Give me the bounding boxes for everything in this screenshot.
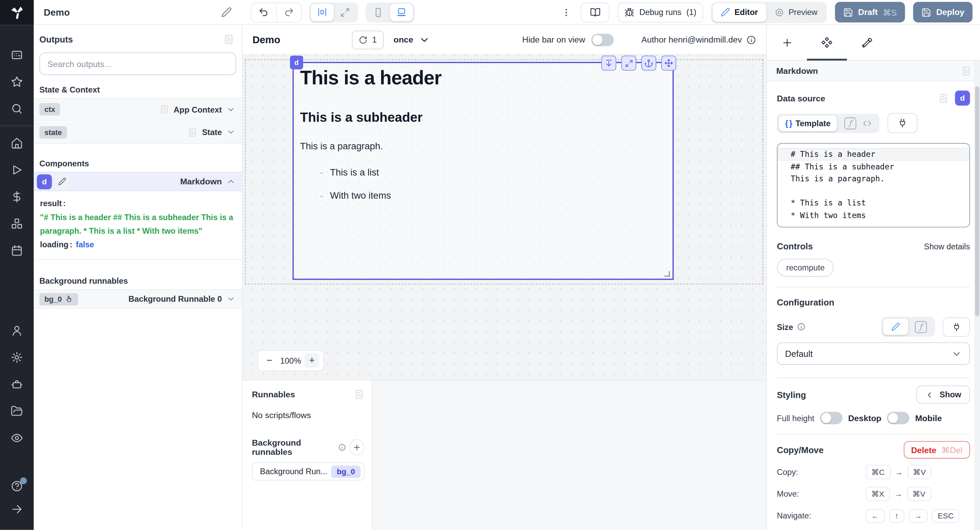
- zoom-in-button[interactable]: +: [304, 353, 319, 368]
- loading-value[interactable]: false: [76, 240, 94, 249]
- expand-component-button[interactable]: [621, 56, 636, 70]
- windmill-logo-icon: [9, 4, 25, 21]
- edit-component-id-button[interactable]: [54, 174, 69, 189]
- size-static-button[interactable]: [883, 319, 908, 335]
- rail-help-button[interactable]: [11, 480, 23, 493]
- undo-button[interactable]: [251, 2, 276, 22]
- recompute-button[interactable]: recompute: [777, 259, 834, 276]
- rail-workers-button[interactable]: [11, 378, 23, 390]
- runnables-doc-icon[interactable]: [354, 389, 364, 400]
- component-tag[interactable]: d: [290, 56, 303, 69]
- component-id-badge[interactable]: d: [955, 90, 970, 105]
- anchor-component-button[interactable]: [641, 56, 656, 70]
- rail-favorites-button[interactable]: [11, 76, 23, 88]
- app-canvas[interactable]: d This is a header This is a subheader T…: [243, 55, 766, 380]
- ctx-type-label: App Context: [173, 105, 222, 114]
- run-mode-select[interactable]: once: [394, 34, 430, 45]
- code-line[interactable]: ## This is a subheader: [778, 160, 969, 173]
- styling-heading: Styling: [777, 389, 806, 399]
- connect-data-button[interactable]: [888, 113, 917, 133]
- code-line[interactable]: This is a paragraph.: [778, 173, 969, 185]
- background-runnable-row[interactable]: bg_0 Background Runnable 0: [34, 289, 242, 309]
- section-doc-icon[interactable]: [961, 65, 971, 76]
- hide-bar-label: Hide bar on view: [522, 35, 585, 44]
- panel-scrollbar[interactable]: [974, 60, 980, 530]
- rail-variables-button[interactable]: [11, 190, 23, 203]
- rail-schedules-button[interactable]: [11, 244, 23, 257]
- full-height-toggle[interactable]: [820, 412, 843, 424]
- info-icon[interactable]: [746, 35, 756, 44]
- rail-runs-button[interactable]: [11, 163, 23, 176]
- tab-theme[interactable]: [847, 25, 887, 60]
- tab-preview[interactable]: Preview: [766, 3, 826, 21]
- more-menu-button[interactable]: [560, 6, 573, 18]
- rail-settings-button[interactable]: [11, 351, 23, 363]
- chevron-down-icon[interactable]: [226, 294, 236, 304]
- add-bg-runnable-button[interactable]: [350, 439, 364, 455]
- full-height-label: Full height: [777, 413, 814, 423]
- delete-component-button[interactable]: Delete ⌘Del: [904, 441, 970, 459]
- template-code-editor[interactable]: # This is a header ## This is a subheade…: [777, 143, 970, 228]
- full-width-button[interactable]: [334, 3, 356, 21]
- tab-insert[interactable]: [767, 25, 807, 60]
- outputs-doc-icon[interactable]: [223, 34, 234, 45]
- size-select-value: Default: [785, 349, 813, 359]
- fixed-width-button[interactable]: [310, 3, 334, 21]
- rail-folders-button[interactable]: [11, 405, 23, 417]
- rail-users-button[interactable]: [11, 324, 23, 337]
- code-line[interactable]: * This is a list: [778, 197, 969, 209]
- search-outputs-input[interactable]: [40, 52, 237, 75]
- rail-audit-button[interactable]: [11, 432, 23, 444]
- tab-settings[interactable]: [807, 25, 847, 60]
- markdown-component[interactable]: This is a header This is a subheader Thi…: [293, 62, 674, 280]
- rail-search-button[interactable]: [11, 102, 23, 115]
- no-scripts-label: No scripts/flows: [252, 411, 364, 420]
- result-value[interactable]: "# This is a header ## This is a subhead…: [40, 212, 234, 235]
- draft-button[interactable]: Draft ⌘S: [835, 2, 905, 23]
- show-details-link[interactable]: Show details: [924, 241, 970, 251]
- windmill-logo[interactable]: [0, 0, 34, 25]
- rail-resources-button[interactable]: [11, 217, 23, 230]
- undo-redo-group: [250, 2, 302, 22]
- code-line[interactable]: [778, 185, 969, 197]
- pencil-icon: [721, 8, 730, 17]
- size-connect-button[interactable]: [943, 317, 970, 336]
- bg-runnable-card[interactable]: Background Run... bg_0: [252, 462, 364, 480]
- rail-home-button[interactable]: [11, 137, 23, 149]
- size-select[interactable]: Default: [777, 343, 970, 365]
- component-row-markdown[interactable]: d Markdown: [34, 172, 242, 191]
- desktop-mobile-toggle[interactable]: [887, 412, 910, 424]
- tab-editor[interactable]: Editor: [713, 3, 766, 21]
- styling-show-button[interactable]: Show: [916, 386, 970, 403]
- deploy-button[interactable]: Deploy: [913, 2, 972, 23]
- chevron-down-icon[interactable]: [226, 105, 236, 114]
- redo-button[interactable]: [276, 2, 301, 22]
- size-fx-button[interactable]: ƒ: [908, 319, 933, 335]
- chevron-up-icon[interactable]: [226, 177, 236, 186]
- mobile-view-button[interactable]: [367, 3, 390, 21]
- doc-icon[interactable]: [938, 93, 949, 103]
- draft-label: Draft: [858, 8, 878, 17]
- refresh-count-button[interactable]: 1: [352, 30, 383, 49]
- rail-expand-button[interactable]: [11, 503, 23, 516]
- docs-button[interactable]: [581, 2, 609, 22]
- preview-label: Preview: [788, 8, 817, 17]
- code-line[interactable]: * With two items: [778, 209, 969, 221]
- zoom-out-button[interactable]: −: [262, 353, 277, 368]
- debug-runs-button[interactable]: Debug runs (1): [617, 2, 703, 22]
- desktop-view-button[interactable]: [390, 3, 413, 21]
- template-mode-button[interactable]: { } Template: [779, 115, 837, 131]
- code-line[interactable]: # This is a header: [778, 148, 969, 160]
- scrollbar-thumb[interactable]: [975, 86, 979, 316]
- code-mode-button[interactable]: [862, 118, 872, 128]
- move-component-button[interactable]: [661, 56, 676, 70]
- fill-height-button[interactable]: [601, 56, 616, 70]
- output-row-ctx[interactable]: ctx App Context: [34, 98, 242, 121]
- rename-app-button[interactable]: [221, 7, 232, 17]
- hide-bar-toggle[interactable]: [592, 33, 614, 46]
- rail-apps-button[interactable]: [11, 49, 23, 61]
- function-mode-button[interactable]: ƒ: [844, 117, 856, 129]
- resize-handle[interactable]: [664, 271, 670, 277]
- chevron-down-icon[interactable]: [226, 128, 236, 137]
- output-row-state[interactable]: state State: [34, 121, 242, 144]
